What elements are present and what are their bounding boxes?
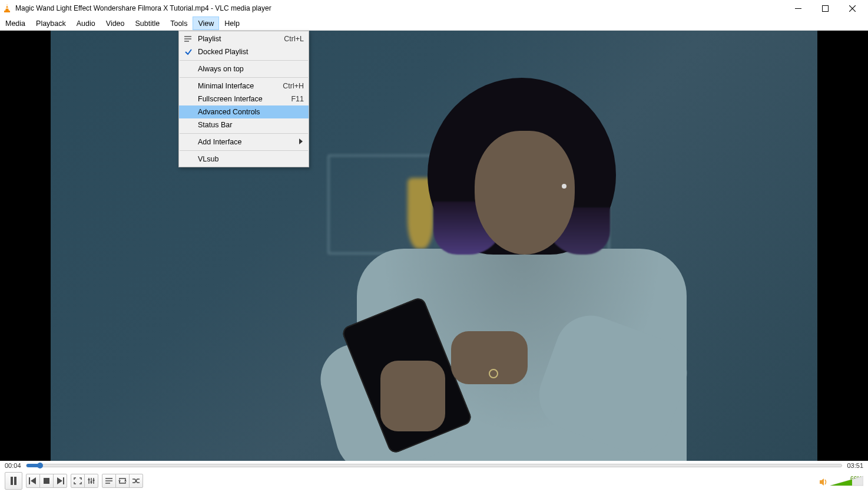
menuitem-add-interface[interactable]: Add Interface [179, 136, 309, 148]
menuitem-always-on-top[interactable]: Always on top [179, 62, 309, 75]
shuffle-button[interactable] [129, 474, 143, 488]
loop-button[interactable] [115, 474, 130, 488]
svg-rect-22 [88, 479, 90, 480]
pause-button[interactable] [5, 472, 22, 490]
video-letterbox-left [0, 31, 51, 461]
svg-rect-5 [822, 5, 828, 11]
menu-tools[interactable]: Tools [165, 16, 193, 30]
transport-group [26, 474, 67, 488]
menu-help[interactable]: Help [219, 16, 245, 30]
menuitem-shortcut: Ctrl+L [284, 35, 304, 43]
svg-marker-0 [5, 4, 9, 11]
menu-separator [180, 77, 308, 78]
menuitem-advanced-controls[interactable]: Advanced Controls [179, 105, 309, 118]
svg-rect-24 [93, 480, 95, 481]
close-button[interactable] [839, 0, 866, 16]
fullscreen-button[interactable] [71, 474, 85, 488]
video-letterbox-right [817, 31, 868, 461]
time-elapsed[interactable]: 00:04 [5, 462, 21, 469]
svg-rect-13 [14, 477, 16, 485]
menuitem-minimal-interface[interactable]: Minimal Interface Ctrl+H [179, 80, 309, 93]
svg-marker-29 [124, 480, 127, 481]
submenu-arrow-icon [299, 138, 304, 146]
check-icon [184, 47, 193, 57]
menuitem-docked-playlist[interactable]: Docked Playlist [179, 45, 309, 58]
menuitem-label: VLsub [198, 155, 218, 163]
view-menu-dropdown: Playlist Ctrl+L Docked Playlist Always o… [178, 31, 309, 167]
svg-rect-12 [11, 477, 13, 485]
menuitem-label: Minimal Interface [198, 82, 254, 90]
svg-rect-14 [29, 477, 30, 484]
svg-rect-23 [91, 481, 92, 483]
playlist-button[interactable] [102, 474, 116, 488]
menu-playback[interactable]: Playback [31, 16, 71, 30]
previous-button[interactable] [26, 474, 40, 488]
menu-separator [180, 150, 308, 151]
seek-knob[interactable] [37, 463, 43, 468]
stop-button[interactable] [39, 474, 54, 488]
speaker-icon[interactable] [819, 477, 828, 487]
menuitem-label: Fullscreen Interface [198, 95, 263, 103]
playlist-icon [184, 35, 192, 43]
svg-rect-2 [6, 5, 8, 6]
menuitem-label: Always on top [198, 65, 244, 73]
menu-separator [180, 133, 308, 134]
menuitem-playlist[interactable]: Playlist Ctrl+L [179, 32, 309, 45]
menubar: Media Playback Audio Video Subtitle Tool… [0, 16, 868, 31]
seek-slider[interactable] [26, 464, 843, 467]
svg-marker-15 [31, 477, 36, 484]
menu-separator [180, 60, 308, 61]
volume-slider[interactable] [830, 475, 863, 487]
video-frame [51, 31, 817, 461]
menu-video[interactable]: Video [101, 16, 130, 30]
menuitem-label: Docked Playlist [198, 48, 248, 56]
menuitem-vlsub[interactable]: VLsub [179, 153, 309, 166]
svg-rect-1 [4, 11, 10, 12]
window-title: Magic Wand Light Effect Wondershare Film… [15, 4, 784, 12]
menuitem-shortcut: Ctrl+H [283, 82, 304, 90]
next-button[interactable] [53, 474, 67, 488]
controls-row: 66% [0, 470, 868, 491]
maximize-button[interactable] [811, 0, 839, 16]
svg-marker-11 [299, 138, 303, 144]
time-total[interactable]: 03:51 [847, 462, 863, 469]
window-controls [784, 0, 866, 16]
titlebar: Magic Wand Light Effect Wondershare Film… [0, 0, 868, 16]
menuitem-label: Advanced Controls [198, 108, 260, 116]
menuitem-label: Status Bar [198, 121, 232, 129]
view-group [71, 474, 98, 488]
menu-audio[interactable]: Audio [71, 16, 101, 30]
svg-rect-3 [5, 8, 8, 9]
vlc-app-icon [2, 4, 12, 13]
svg-rect-16 [44, 478, 49, 484]
svg-rect-18 [63, 477, 64, 484]
video-area[interactable] [0, 31, 868, 461]
menuitem-label: Playlist [198, 35, 221, 43]
menuitem-fullscreen-interface[interactable]: Fullscreen Interface F11 [179, 93, 309, 105]
minimize-button[interactable] [784, 0, 811, 16]
menuitem-shortcut: F11 [291, 95, 304, 103]
svg-marker-30 [820, 478, 824, 486]
volume-control: 66% [819, 476, 863, 487]
menu-subtitle[interactable]: Subtitle [130, 16, 165, 30]
extended-settings-button[interactable] [84, 474, 98, 488]
menu-media[interactable]: Media [0, 16, 31, 30]
menuitem-label: Add Interface [198, 138, 241, 146]
playlist-group [102, 474, 143, 488]
menuitem-status-bar[interactable]: Status Bar [179, 118, 309, 131]
svg-marker-17 [57, 477, 62, 484]
menu-view[interactable]: View [193, 16, 219, 30]
seek-bar-row: 00:04 03:51 [0, 461, 868, 470]
svg-marker-28 [118, 480, 121, 482]
